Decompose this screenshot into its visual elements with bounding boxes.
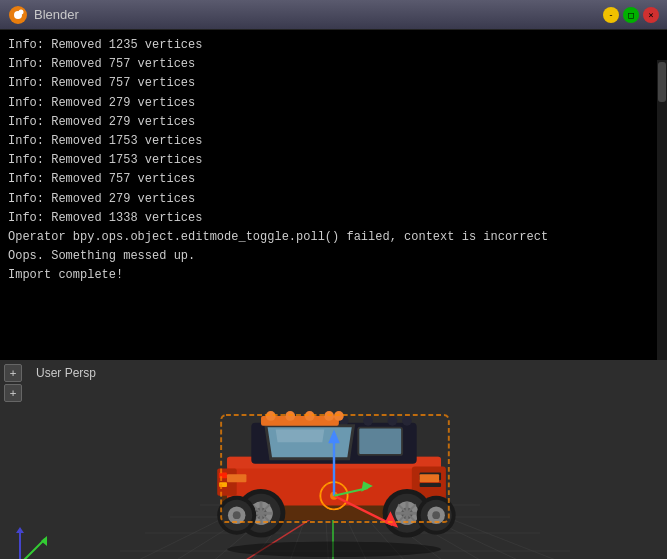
title-bar: Blender - □ × xyxy=(0,0,667,30)
svg-point-24 xyxy=(226,541,440,557)
svg-rect-37 xyxy=(419,483,440,487)
svg-point-46 xyxy=(363,416,373,426)
console-scrollbar[interactable] xyxy=(657,60,667,390)
svg-rect-93 xyxy=(226,474,245,482)
console-line: Info: Removed 757 vertices xyxy=(8,74,659,93)
viewport-add-horizontal[interactable]: + xyxy=(4,364,22,382)
svg-line-98 xyxy=(20,539,45,559)
scrollbar-thumb[interactable] xyxy=(658,62,666,102)
svg-point-48 xyxy=(402,416,412,426)
close-button[interactable]: × xyxy=(643,7,659,23)
viewport-add-vertical[interactable]: + xyxy=(4,384,22,402)
console-lines: Info: Removed 1235 verticesInfo: Removed… xyxy=(8,36,659,285)
console-line: Import complete! xyxy=(8,266,659,285)
console-line: Info: Removed 279 vertices xyxy=(8,94,659,113)
console-line: Info: Removed 279 vertices xyxy=(8,190,659,209)
minimize-button[interactable]: - xyxy=(603,7,619,23)
viewport-controls: + + xyxy=(4,364,22,402)
svg-rect-94 xyxy=(419,474,438,482)
viewport-area[interactable]: + + User Persp xyxy=(0,360,667,559)
console-line: Info: Removed 757 vertices xyxy=(8,55,659,74)
car-svg xyxy=(174,379,494,559)
console-output: Info: Removed 1235 verticesInfo: Removed… xyxy=(0,30,667,360)
viewport-label: User Persp xyxy=(36,366,96,380)
console-line: Info: Removed 1753 vertices xyxy=(8,151,659,170)
svg-marker-99 xyxy=(41,536,47,546)
console-line: Info: Removed 757 vertices xyxy=(8,170,659,189)
svg-marker-101 xyxy=(16,527,24,533)
car-model xyxy=(174,379,494,559)
console-line: Info: Removed 1753 vertices xyxy=(8,132,659,151)
svg-point-71 xyxy=(432,511,440,519)
console-line: Operator bpy.ops.object.editmode_toggle.… xyxy=(8,228,659,247)
console-line: Info: Removed 1235 vertices xyxy=(8,36,659,55)
console-line: Info: Removed 1338 vertices xyxy=(8,209,659,228)
maximize-button[interactable]: □ xyxy=(623,7,639,23)
svg-marker-51 xyxy=(275,430,324,443)
title-left: Blender xyxy=(8,5,79,25)
axis-indicator xyxy=(10,519,70,559)
blender-logo-icon xyxy=(8,5,28,25)
console-line: Info: Removed 279 vertices xyxy=(8,113,659,132)
window-title: Blender xyxy=(34,7,79,22)
svg-point-83 xyxy=(232,511,240,519)
svg-point-2 xyxy=(19,9,24,14)
svg-rect-52 xyxy=(358,428,402,455)
svg-point-47 xyxy=(387,416,397,426)
console-line: Oops. Something messed up. xyxy=(8,247,659,266)
title-controls: - □ × xyxy=(603,7,659,23)
